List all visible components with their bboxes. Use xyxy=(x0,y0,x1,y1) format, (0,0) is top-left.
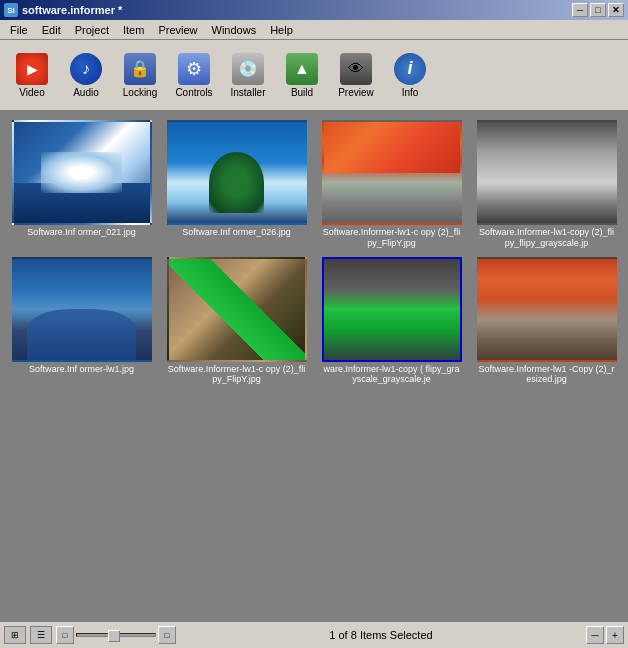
status-bar-right: ─ + xyxy=(586,626,624,644)
image-label: Software.Informer-lw1-copy (2)_flipy_fli… xyxy=(477,227,617,249)
image-label: Software.Informer-lw1 -Copy (2)_resized.… xyxy=(477,364,617,386)
title-bar: SI software.informer * ─ □ ✕ xyxy=(0,0,628,20)
video-button[interactable]: Video xyxy=(6,45,58,105)
controls-button[interactable]: Controls xyxy=(168,45,220,105)
controls-icon xyxy=(178,53,210,85)
list-item[interactable]: ware.Informer-lw1-copy ( flipy_grayscale… xyxy=(318,257,465,386)
video-label: Video xyxy=(19,87,44,98)
image-thumbnail[interactable] xyxy=(167,257,307,362)
menu-edit[interactable]: Edit xyxy=(36,23,67,37)
installer-icon xyxy=(232,53,264,85)
menu-item[interactable]: Item xyxy=(117,23,150,37)
list-item[interactable]: Software.Inf ormer_021.jpg xyxy=(8,120,155,249)
image-label: Software.Inf ormer_021.jpg xyxy=(12,227,152,238)
list-item[interactable]: Software.Inf ormer-lw1.jpg xyxy=(8,257,155,386)
close-button[interactable]: ✕ xyxy=(608,3,624,17)
menu-file[interactable]: File xyxy=(4,23,34,37)
image-thumbnail[interactable] xyxy=(322,120,462,225)
menu-preview[interactable]: Preview xyxy=(152,23,203,37)
list-view-button[interactable]: ☰ xyxy=(30,626,52,644)
zoom-slider-track[interactable] xyxy=(76,633,156,637)
info-label: Info xyxy=(402,87,419,98)
title-bar-buttons: ─ □ ✕ xyxy=(572,3,624,17)
locking-label: Locking xyxy=(123,87,157,98)
list-item[interactable]: Software.Informer-lw1-copy (2)_flipy_fli… xyxy=(473,120,620,249)
image-grid: Software.Inf ormer_021.jpg Software.Inf … xyxy=(8,120,620,385)
installer-button[interactable]: Installer xyxy=(222,45,274,105)
nav-prev-button[interactable]: ─ xyxy=(586,626,604,644)
info-button[interactable]: Info xyxy=(384,45,436,105)
audio-label: Audio xyxy=(73,87,99,98)
menu-project[interactable]: Project xyxy=(69,23,115,37)
image-label: Software.Inf ormer-lw1.jpg xyxy=(12,364,152,375)
list-item[interactable]: Software.Informer-lw1-c opy (2)_flipy_Fl… xyxy=(163,257,310,386)
controls-label: Controls xyxy=(175,87,212,98)
build-icon xyxy=(286,53,318,85)
title-bar-left: SI software.informer * xyxy=(4,3,122,17)
audio-icon xyxy=(70,53,102,85)
installer-label: Installer xyxy=(230,87,265,98)
image-label: Software.Informer-lw1-c opy (2)_flipy_Fl… xyxy=(322,227,462,249)
preview-button[interactable]: Preview xyxy=(330,45,382,105)
zoom-min-button[interactable]: □ xyxy=(56,626,74,644)
locking-button[interactable]: Locking xyxy=(114,45,166,105)
preview-icon xyxy=(340,53,372,85)
preview-label: Preview xyxy=(338,87,374,98)
menu-bar: File Edit Project Item Preview Windows H… xyxy=(0,20,628,40)
menu-windows[interactable]: Windows xyxy=(206,23,263,37)
zoom-max-button[interactable]: □ xyxy=(158,626,176,644)
zoom-slider-container: □ □ xyxy=(56,626,176,644)
image-thumbnail[interactable] xyxy=(477,120,617,225)
image-thumbnail[interactable] xyxy=(322,257,462,362)
list-item[interactable]: Software.Inf ormer_026.jpg xyxy=(163,120,310,249)
status-text: 1 of 8 Items Selected xyxy=(329,629,432,641)
toolbar: Video Audio Locking Controls Installer B… xyxy=(0,40,628,112)
image-thumbnail[interactable] xyxy=(477,257,617,362)
video-icon xyxy=(16,53,48,85)
build-button[interactable]: Build xyxy=(276,45,328,105)
app-icon: SI xyxy=(4,3,18,17)
image-label: ware.Informer-lw1-copy ( flipy_grayscale… xyxy=(322,364,462,386)
window-title: software.informer * xyxy=(22,4,122,16)
info-icon xyxy=(394,53,426,85)
image-thumbnail[interactable] xyxy=(12,120,152,225)
image-thumbnail[interactable] xyxy=(12,257,152,362)
build-label: Build xyxy=(291,87,313,98)
audio-button[interactable]: Audio xyxy=(60,45,112,105)
zoom-slider-thumb[interactable] xyxy=(108,630,120,642)
menu-help[interactable]: Help xyxy=(264,23,299,37)
status-bar-left: ⊞ ☰ □ □ xyxy=(4,626,176,644)
list-item[interactable]: Software.Informer-lw1-c opy (2)_flipy_Fl… xyxy=(318,120,465,249)
grid-view-button[interactable]: ⊞ xyxy=(4,626,26,644)
list-item[interactable]: Software.Informer-lw1 -Copy (2)_resized.… xyxy=(473,257,620,386)
locking-icon xyxy=(124,53,156,85)
image-thumbnail[interactable] xyxy=(167,120,307,225)
image-label: Software.Inf ormer_026.jpg xyxy=(167,227,307,238)
content-area[interactable]: Software.Inf ormer_021.jpg Software.Inf … xyxy=(0,112,628,620)
status-bar: ⊞ ☰ □ □ 1 of 8 Items Selected ─ + xyxy=(0,620,628,648)
nav-next-button[interactable]: + xyxy=(606,626,624,644)
minimize-button[interactable]: ─ xyxy=(572,3,588,17)
image-label: Software.Informer-lw1-c opy (2)_flipy_Fl… xyxy=(167,364,307,386)
restore-button[interactable]: □ xyxy=(590,3,606,17)
